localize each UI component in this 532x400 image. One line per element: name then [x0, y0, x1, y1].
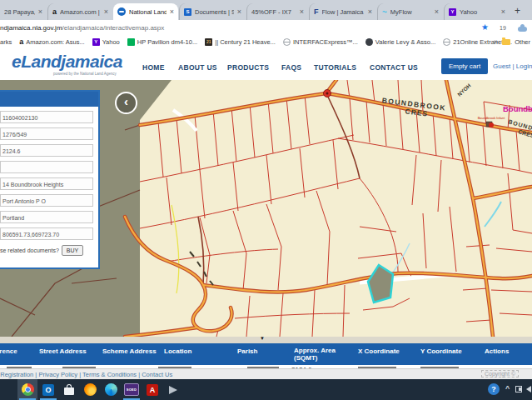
nav-faqs[interactable]: FAQS — [281, 63, 301, 72]
bookmark-yahoo[interactable]: Yahoo — [92, 38, 120, 46]
col-reference: Reference — [0, 348, 17, 355]
edge-icon — [105, 383, 117, 396]
tab-label: 28 Papaya, R — [4, 8, 35, 16]
bookmark-fragment[interactable]: arks — [0, 38, 12, 46]
col-approx-area: Approx. Area (SQMT) — [294, 348, 342, 362]
col-street-address: Street Address — [39, 348, 87, 355]
tab-45off[interactable]: 45%OFF - IX7 × — [246, 3, 308, 20]
close-icon[interactable]: × — [368, 8, 372, 16]
bookmark-star-icon[interactable]: ★ — [481, 22, 489, 32]
bookmark-label: Valerie Levy & Asso... — [375, 38, 435, 46]
footer-copyright: Copyright © — [481, 370, 519, 378]
tray-expand-icon[interactable]: ^ — [505, 384, 510, 392]
tab-papaya[interactable]: 28 Papaya, R × — [0, 3, 47, 20]
tab-national-land[interactable]: National Land × — [113, 3, 178, 20]
taskbar-chrome[interactable] — [17, 379, 37, 400]
tab-label: 45%OFF - IX7 — [251, 8, 296, 16]
district-label: Boundbrook — [503, 104, 532, 113]
close-icon[interactable]: × — [38, 8, 42, 16]
other-favorites[interactable]: Other — [515, 38, 530, 46]
nav-contact-us[interactable]: CONTACT US — [370, 63, 418, 72]
hp-favicon-icon — [127, 38, 135, 46]
globe-icon — [443, 38, 450, 46]
amazon-favicon-icon — [19, 38, 23, 46]
volume-folio-field: 1276/549 — [0, 128, 93, 140]
results-collapse-strip: ▼ — [0, 337, 532, 343]
guest-login-link[interactable]: Guest | Login — [493, 62, 532, 70]
taskbar-acrobat[interactable] — [142, 379, 162, 400]
acrobat-icon — [147, 384, 158, 396]
bookmark-valerie-levy[interactable]: Valerie Levy & Asso... — [365, 38, 435, 46]
extension-badge[interactable]: 19 — [500, 25, 506, 31]
nav-tutorials[interactable]: TUTORIALS — [314, 63, 356, 72]
site-favicon-icon — [365, 38, 373, 46]
nla-favicon-icon — [117, 8, 126, 16]
col-actions: Actions — [485, 348, 509, 355]
empty-field — [0, 161, 93, 173]
close-icon[interactable]: × — [170, 8, 174, 16]
tab-amazon[interactable]: Amazon.com | × — [47, 3, 112, 20]
tab-flow[interactable]: Flow | Jamaica × — [309, 3, 376, 20]
tab-label: Yahoo — [460, 8, 498, 16]
site-header: eLandjamaica powered by the National Lan… — [0, 48, 532, 80]
folder-icon — [502, 39, 510, 45]
sync-cloud-icon[interactable] — [518, 27, 527, 32]
taskbar-store[interactable] — [59, 379, 79, 400]
collapse-triangle-icon[interactable]: ▼ — [260, 336, 265, 341]
amazon-favicon-icon — [52, 8, 57, 16]
bookmark-interfacexpress[interactable]: INTERFACExpress™... — [283, 38, 358, 46]
close-icon[interactable]: × — [435, 8, 439, 16]
tab-label: Flow | Jamaica — [322, 8, 365, 16]
bookmark-hp-pavilion[interactable]: HP Pavilion dm4-10... — [127, 38, 197, 46]
globe-icon — [283, 38, 291, 46]
sharepoint-favicon-icon — [184, 8, 191, 16]
tab-label: MyFlow — [390, 8, 431, 16]
new-tab-icon[interactable]: + — [515, 5, 520, 17]
bookmark-label: INTERFACExpress™... — [293, 38, 358, 46]
help-icon[interactable]: ? — [488, 383, 500, 395]
bookmarks-overflow-icon[interactable]: » — [494, 38, 498, 46]
close-icon[interactable]: × — [237, 8, 241, 16]
taskbar-soed[interactable]: SOED — [122, 379, 142, 400]
buy-button[interactable]: BUY — [62, 245, 83, 256]
results-table-header: Reference Street Address Scheme Address … — [0, 343, 532, 365]
empty-cart-button[interactable]: Empty cart — [441, 58, 488, 74]
volume-icon[interactable] — [526, 386, 531, 392]
taskbar-send[interactable] — [163, 379, 183, 400]
street-address-field: 14 Boundbrook Heights — [0, 178, 93, 190]
tab-yahoo[interactable]: Yahoo × — [444, 3, 510, 20]
outlook-icon — [42, 384, 54, 396]
bookmark-label: || Century 21 Heave... — [215, 38, 276, 46]
parish-field: Portland — [0, 211, 93, 223]
col-scheme-address: Scheme Address — [102, 348, 157, 355]
close-icon[interactable]: × — [300, 8, 304, 16]
col-x-coordinate: X Coordinate — [358, 348, 400, 355]
nav-about-us[interactable]: ABOUT US — [178, 63, 217, 72]
taskbar-edge[interactable] — [101, 379, 121, 400]
address-bar[interactable]: ndjamaica.nla.gov.jm/elandjamaica/intera… — [0, 24, 164, 32]
nav-products[interactable]: PRODUCTS — [227, 63, 269, 72]
nav-home[interactable]: HOME — [142, 63, 165, 72]
col-location: Location — [164, 348, 191, 355]
panel-collapse-button[interactable]: ‹ — [115, 92, 137, 114]
bookmarks-bar: arks Amazon.com: Asus... Yahoo HP Pavili… — [0, 35, 532, 49]
taskbar-firefox[interactable] — [80, 379, 100, 400]
close-icon[interactable]: × — [104, 8, 108, 16]
coordinates-field: 806591.73,669723.70 — [0, 228, 93, 240]
bookmark-century21[interactable]: || Century 21 Heave... — [205, 38, 276, 46]
tab-myflow[interactable]: MyFlow × — [377, 3, 443, 20]
tab-label: Amazon.com | — [60, 8, 101, 16]
screen: 28 Papaya, R × Amazon.com | × National L… — [0, 0, 532, 400]
close-icon[interactable]: × — [501, 8, 505, 16]
soed-icon: SOED — [124, 383, 139, 396]
myflow-favicon-icon — [382, 8, 387, 17]
bookmark-label: Yahoo — [102, 38, 120, 46]
bookmark-label: HP Pavilion dm4-10... — [137, 38, 197, 46]
taskbar-outlook[interactable] — [38, 379, 58, 400]
site-footer: d Registration | Privacy Policy | Terms … — [0, 368, 532, 379]
tab-documents[interactable]: Documents | S × — [179, 3, 246, 20]
parcel-id-field: 11604002130 — [0, 111, 93, 123]
site-logo[interactable]: eLandjamaica — [12, 52, 122, 72]
bookmark-amazon[interactable]: Amazon.com: Asus... — [19, 38, 84, 46]
footer-links[interactable]: d Registration | Privacy Policy | Terms … — [0, 371, 172, 378]
